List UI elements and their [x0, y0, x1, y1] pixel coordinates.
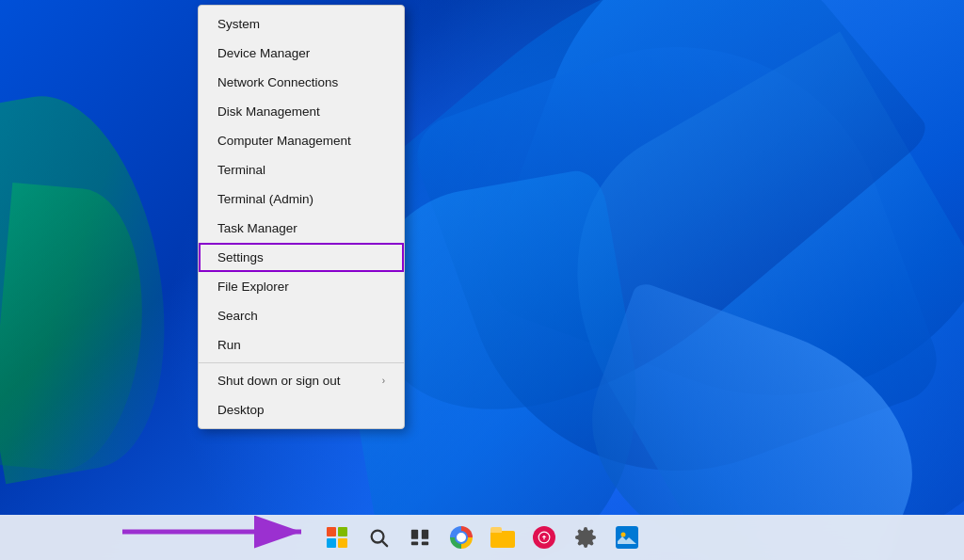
menu-divider — [199, 362, 404, 363]
svg-rect-6 — [411, 542, 418, 546]
task-view-button[interactable] — [401, 519, 439, 556]
cast-button[interactable] — [525, 519, 563, 556]
taskbar-search-button[interactable] — [360, 519, 397, 556]
menu-item-search[interactable]: Search — [199, 301, 404, 330]
svg-rect-4 — [411, 530, 418, 539]
menu-item-terminal-admin[interactable]: Terminal (Admin) — [199, 184, 404, 214]
taskbar-icons — [318, 519, 646, 556]
menu-item-disk-management[interactable]: Disk Management — [199, 97, 404, 126]
menu-item-computer-management[interactable]: Computer Management — [199, 126, 404, 155]
menu-item-device-manager[interactable]: Device Manager — [199, 39, 404, 68]
menu-item-file-explorer[interactable]: File Explorer — [199, 272, 404, 301]
menu-item-settings[interactable]: Settings — [199, 243, 404, 272]
svg-rect-9 — [616, 526, 638, 549]
chrome-button[interactable] — [442, 519, 480, 556]
task-view-icon — [410, 527, 430, 548]
windows-logo-icon — [327, 527, 347, 548]
menu-item-system[interactable]: System — [199, 9, 404, 39]
submenu-arrow-icon: › — [382, 376, 385, 386]
menu-item-network-connections[interactable]: Network Connections — [199, 68, 404, 97]
menu-item-terminal[interactable]: Terminal — [199, 155, 404, 184]
menu-item-run[interactable]: Run — [199, 330, 404, 360]
arrow-annotation — [113, 513, 320, 551]
search-icon — [368, 527, 389, 548]
chrome-icon — [450, 526, 473, 549]
gear-icon — [574, 526, 597, 549]
pointer-arrow-icon — [113, 513, 320, 551]
start-button[interactable] — [318, 519, 356, 556]
menu-item-shut-down[interactable]: Shut down or sign out › — [199, 366, 404, 395]
svg-point-10 — [621, 533, 626, 537]
file-explorer-button[interactable] — [484, 519, 522, 556]
menu-item-task-manager[interactable]: Task Manager — [199, 214, 404, 243]
cast-icon — [533, 526, 555, 549]
photos-button[interactable] — [608, 519, 646, 556]
folder-icon — [490, 527, 515, 548]
settings-button[interactable] — [567, 519, 604, 556]
photos-icon — [616, 526, 638, 549]
svg-rect-7 — [422, 542, 428, 546]
svg-line-3 — [382, 541, 387, 546]
desktop: System Device Manager Network Connection… — [0, 0, 964, 560]
svg-rect-5 — [422, 530, 428, 539]
context-menu: System Device Manager Network Connection… — [198, 5, 405, 429]
menu-item-desktop[interactable]: Desktop — [199, 395, 404, 424]
